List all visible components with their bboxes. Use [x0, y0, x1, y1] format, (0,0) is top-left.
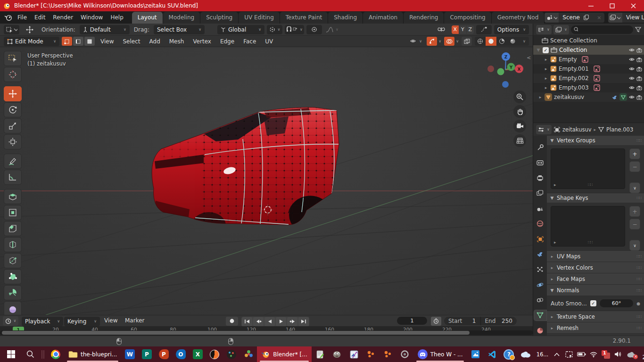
- view-layer-name[interactable]: View Layer: [622, 14, 644, 21]
- outliner-row-empty[interactable]: ▸ Empty: [533, 55, 644, 64]
- shading-wireframe-icon[interactable]: [475, 37, 486, 46]
- xray-toggle-icon[interactable]: [462, 37, 472, 46]
- play-reverse-button[interactable]: [264, 317, 275, 326]
- image-data-icon[interactable]: [594, 66, 600, 72]
- cloud-offline-icon[interactable]: ×: [624, 346, 638, 362]
- outliner-search-input[interactable]: [580, 26, 630, 33]
- tab-texture-paint[interactable]: Texture Paint: [280, 12, 328, 24]
- jump-to-end-button[interactable]: [298, 317, 309, 326]
- row-label[interactable]: Collection: [559, 47, 587, 53]
- shape-key-specials-button[interactable]: ∨: [629, 240, 640, 251]
- overlays-toggle-icon[interactable]: [444, 37, 454, 46]
- hide-eye-icon[interactable]: [629, 85, 635, 90]
- breadcrumb-data[interactable]: Plane.003: [606, 126, 633, 133]
- tab-tool-icon[interactable]: [534, 142, 546, 152]
- onedrive-icon[interactable]: [517, 346, 534, 362]
- viewport-menu-face[interactable]: Face: [240, 38, 259, 45]
- tab-physics-icon[interactable]: [534, 280, 546, 290]
- publisher-icon[interactable]: P: [138, 346, 155, 362]
- menu-window[interactable]: Window: [77, 11, 107, 24]
- viewport-menu-add[interactable]: Add: [146, 38, 164, 45]
- menu-render[interactable]: Render: [49, 11, 77, 24]
- disclosure-icon[interactable]: ▸: [544, 66, 548, 71]
- tool-transform[interactable]: [4, 134, 22, 149]
- outliner-display-mode-icon[interactable]: ∨: [536, 25, 552, 34]
- auto-smooth-checkbox[interactable]: ✓: [590, 300, 596, 306]
- outliner-search[interactable]: [571, 25, 633, 34]
- molecule-app-icon-2[interactable]: [380, 346, 396, 362]
- scene-name[interactable]: Scene: [559, 14, 584, 21]
- tab-world-icon[interactable]: [534, 219, 546, 229]
- chrome-icon[interactable]: [47, 346, 64, 362]
- tab-layout[interactable]: Layout: [132, 12, 163, 24]
- falloff-curve-icon[interactable]: ∨: [324, 25, 340, 34]
- timeline-scrollbar[interactable]: [2, 331, 470, 335]
- tab-view-layer-icon[interactable]: [534, 188, 546, 198]
- row-label[interactable]: Empty.003: [559, 84, 589, 91]
- row-label[interactable]: Empty.001: [559, 66, 589, 72]
- timeline-editor-type-icon[interactable]: ∨: [3, 316, 18, 326]
- outliner-row-collection[interactable]: ▼ ✓ Collection: [533, 45, 644, 55]
- navigation-gizmo[interactable]: Z Y X: [477, 50, 529, 93]
- tool-rotate[interactable]: [4, 102, 22, 117]
- panel-texture-space[interactable]: ▸Texture Space∷∷: [547, 311, 644, 322]
- panel-uv-maps[interactable]: ▸UV Maps∷∷: [547, 251, 644, 262]
- keying-menu[interactable]: Keying∨: [64, 317, 100, 326]
- transform-orientation-dropdown[interactable]: Global∨: [217, 25, 264, 34]
- proportional-editing-icon[interactable]: [306, 25, 322, 34]
- tool-cursor[interactable]: [4, 67, 22, 82]
- taskbar-search-icon[interactable]: [22, 346, 39, 362]
- molecule-app-icon-1[interactable]: [363, 346, 380, 362]
- auto-keying-record-button[interactable]: [226, 317, 238, 326]
- image-editor-app-icon[interactable]: [346, 346, 363, 362]
- vertex-group-specials-button[interactable]: ∨: [629, 182, 640, 193]
- image-data-icon[interactable]: [582, 56, 588, 63]
- screen-clip-icon[interactable]: [563, 346, 575, 362]
- outliner-filter-id-icon[interactable]: ∨: [553, 25, 569, 34]
- hide-eye-icon[interactable]: [629, 66, 635, 71]
- outliner-row-empty-002[interactable]: ▸ Empty.002: [533, 74, 644, 83]
- animate-dot[interactable]: ●: [636, 301, 640, 306]
- add-vertex-group-button[interactable]: +: [629, 148, 640, 159]
- render-camera-icon[interactable]: [636, 66, 642, 72]
- scene-unlink-icon[interactable]: ×: [594, 15, 604, 21]
- palette-app-icon[interactable]: [223, 346, 240, 362]
- remove-shape-key-button[interactable]: −: [629, 219, 640, 230]
- tool-select-box[interactable]: [4, 51, 22, 66]
- gizmos-toggle-icon[interactable]: [427, 37, 437, 46]
- viewport-menu-view[interactable]: View: [97, 38, 117, 45]
- previous-keyframe-button[interactable]: [253, 317, 264, 326]
- render-camera-icon[interactable]: [636, 57, 642, 62]
- shading-solid-icon[interactable]: [486, 37, 496, 46]
- tool-bevel[interactable]: [4, 221, 22, 236]
- notepad-app-icon[interactable]: [312, 346, 329, 362]
- current-frame-field[interactable]: 1: [397, 317, 427, 325]
- tool-measure[interactable]: [4, 170, 22, 185]
- sidebar-collapse-arrow[interactable]: <: [527, 55, 531, 61]
- ortho-grid-button[interactable]: [513, 134, 526, 147]
- tab-geometry-nodes[interactable]: Geometry Nod: [492, 12, 545, 24]
- tab-shading[interactable]: Shading: [328, 12, 363, 24]
- tool-scale[interactable]: [4, 118, 22, 133]
- tool-inset-faces[interactable]: [4, 205, 22, 220]
- tab-render-icon[interactable]: [534, 157, 546, 167]
- mesh-data-icon[interactable]: [619, 93, 627, 101]
- maximize-button[interactable]: [602, 0, 623, 11]
- viewport-3d[interactable]: User Perspective (1) zeitakusuv Z: [0, 47, 533, 315]
- mirror-x-button[interactable]: X: [452, 25, 459, 34]
- menu-file[interactable]: File: [14, 11, 31, 24]
- tab-rendering[interactable]: Rendering: [404, 12, 444, 24]
- visibility-dropdown-icon[interactable]: ∨: [408, 37, 424, 46]
- calendar-badge-icon[interactable]: 1: [600, 346, 612, 362]
- shape-keys-list[interactable]: ▸∷∷: [551, 206, 625, 247]
- hide-eye-icon[interactable]: [629, 76, 635, 81]
- next-keyframe-button[interactable]: [287, 317, 297, 326]
- discord-task[interactable]: Theo W - ...: [413, 346, 467, 362]
- taskbar-clock[interactable]: 23:41 26/10/2021: [638, 348, 644, 361]
- mirror-y-button[interactable]: Y: [459, 25, 466, 34]
- blender-task[interactable]: Blender* [...: [257, 346, 311, 362]
- tab-object-icon[interactable]: [534, 234, 546, 244]
- shading-dropdown-icon[interactable]: ∨: [518, 37, 529, 46]
- wifi-icon[interactable]: [587, 346, 600, 362]
- close-button[interactable]: [623, 0, 644, 11]
